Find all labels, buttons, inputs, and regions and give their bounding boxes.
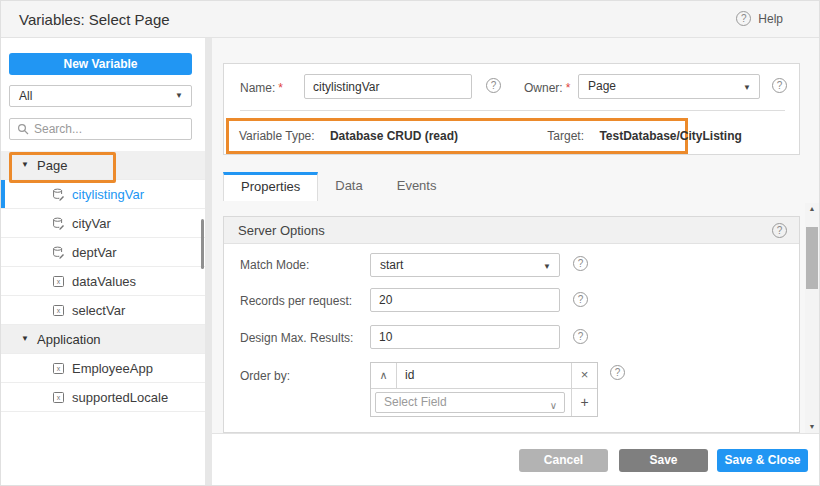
tab-properties[interactable]: Properties (223, 172, 318, 201)
server-options-panel: Server Options ? Match Mode: start ▼ ? R… (223, 216, 800, 433)
variable-type-label: Variable Type: (239, 129, 315, 143)
variable-tabs: Properties Data Events (223, 171, 453, 201)
list-item-deptvar[interactable]: deptVar (1, 238, 205, 267)
match-mode-label: Match Mode: (240, 258, 309, 272)
variables-dialog: Variables: Select Page ? Help New Variab… (0, 0, 820, 486)
sidebar-scrollbar[interactable] (201, 219, 204, 269)
order-by-help-icon[interactable]: ? (610, 365, 625, 380)
order-by-add-row: Select Field ∨ + (371, 389, 597, 416)
order-by-row: ∧ id × (371, 363, 597, 389)
remove-order-field-button[interactable]: × (571, 363, 597, 388)
name-input[interactable] (304, 74, 472, 99)
cancel-button[interactable]: Cancel (519, 449, 608, 472)
match-mode-value: start (380, 258, 403, 272)
design-max-results-help-icon[interactable]: ? (573, 329, 588, 344)
scroll-up-icon[interactable]: ▲ (805, 203, 819, 215)
help-label: Help (758, 12, 783, 26)
section-label: Page (37, 158, 67, 173)
new-variable-button[interactable]: New Variable (9, 53, 192, 75)
chevron-down-icon: ∨ (550, 396, 557, 415)
svg-text:x: x (57, 278, 61, 285)
variables-sidebar: New Variable All ▼ ▼ Page citylistingVar (1, 38, 205, 486)
owner-label: Owner:* (524, 81, 570, 95)
database-crud-variable-icon (52, 217, 65, 233)
sort-ascending-icon[interactable]: ∧ (371, 363, 397, 388)
save-button[interactable]: Save (619, 449, 708, 472)
section-page[interactable]: ▼ Page (1, 151, 205, 180)
page-title: Variables: Select Page (19, 11, 170, 28)
list-item-label: supportedLocale (72, 390, 168, 405)
design-max-results-input[interactable] (370, 325, 560, 349)
model-variable-icon: x (52, 391, 65, 407)
variable-filter-select[interactable]: All ▼ (9, 85, 192, 107)
section-application[interactable]: ▼ Application (1, 325, 205, 354)
database-crud-variable-icon (52, 246, 65, 262)
chevron-down-icon: ▼ (543, 262, 551, 271)
variable-list: ▼ Page citylistingVar cityVar deptVar (1, 151, 205, 412)
dialog-footer: Cancel Save Save & Close (212, 434, 820, 486)
list-item-label: citylistingVar (72, 187, 144, 202)
records-per-request-help-icon[interactable]: ? (573, 292, 588, 307)
help-button[interactable]: ? Help (736, 11, 783, 26)
records-per-request-input[interactable] (370, 288, 560, 312)
svg-text:x: x (57, 307, 61, 314)
model-variable-icon: x (52, 304, 65, 320)
tab-events[interactable]: Events (380, 172, 454, 201)
scroll-down-icon[interactable]: ▼ (805, 421, 819, 433)
tab-data[interactable]: Data (318, 172, 379, 201)
dialog-header: Variables: Select Page ? Help (1, 1, 820, 38)
list-item-citylistingvar[interactable]: citylistingVar (1, 180, 205, 209)
list-item-selectvar[interactable]: x selectVar (1, 296, 205, 325)
variable-type-value: Database CRUD (read) (330, 129, 458, 143)
design-max-results-label: Design Max. Results: (240, 331, 353, 345)
variable-search (9, 118, 192, 140)
section-label: Application (37, 332, 101, 347)
owner-select[interactable]: Page ▼ (578, 74, 760, 99)
database-crud-variable-icon (52, 188, 65, 204)
chevron-down-icon: ▼ (743, 83, 751, 92)
order-by-field[interactable]: id (397, 363, 571, 388)
required-marker: * (566, 81, 571, 95)
form-divider (240, 110, 785, 111)
list-item-label: deptVar (72, 245, 117, 260)
server-options-help-icon[interactable]: ? (772, 223, 787, 238)
search-icon (17, 123, 29, 135)
content-scrollbar[interactable]: ▲ ▼ (805, 203, 819, 433)
list-item-employeeapp[interactable]: x EmployeeApp (1, 354, 205, 383)
sidebar-divider (205, 38, 212, 486)
chevron-down-icon: ▼ (175, 86, 183, 106)
save-and-close-button[interactable]: Save & Close (717, 449, 808, 472)
model-variable-icon: x (52, 362, 65, 378)
name-label: Name:* (240, 81, 283, 95)
list-item-datavalues[interactable]: x dataValues (1, 267, 205, 296)
server-options-header: Server Options ? (224, 217, 799, 244)
name-help-icon[interactable]: ? (486, 78, 501, 93)
order-by-field-select[interactable]: Select Field ∨ (375, 392, 565, 413)
list-item-label: selectVar (72, 303, 125, 318)
order-by-label: Order by: (240, 369, 290, 383)
svg-text:x: x (57, 394, 61, 401)
target-label: Target: (547, 129, 584, 143)
list-item-cityvar[interactable]: cityVar (1, 209, 205, 238)
owner-help-icon[interactable]: ? (772, 78, 787, 93)
variable-type-highlight: Variable Type: Database CRUD (read) Targ… (226, 118, 688, 154)
target-value: TestDatabase/CityListing (599, 129, 741, 143)
search-input[interactable] (34, 120, 184, 138)
collapse-icon[interactable]: ▼ (21, 334, 29, 343)
match-mode-select[interactable]: start ▼ (370, 253, 560, 277)
help-icon[interactable]: ? (736, 11, 751, 26)
collapse-icon[interactable]: ▼ (21, 160, 29, 169)
variable-form-card: Name:* ? Owner:* Page ▼ ? Variable Type:… (223, 63, 800, 155)
model-variable-icon: x (52, 275, 65, 291)
list-item-label: dataValues (72, 274, 136, 289)
list-item-label: EmployeeApp (72, 361, 153, 376)
list-item-supportedlocale[interactable]: x supportedLocale (1, 383, 205, 412)
scrollbar-thumb[interactable] (806, 227, 818, 289)
match-mode-help-icon[interactable]: ? (573, 256, 588, 271)
add-order-field-button[interactable]: + (571, 389, 597, 416)
order-by-group: ∧ id × Select Field ∨ + (370, 362, 598, 417)
records-per-request-label: Records per request: (240, 294, 352, 308)
required-marker: * (278, 81, 283, 95)
variable-filter-value: All (19, 89, 32, 103)
server-options-title: Server Options (238, 223, 325, 238)
